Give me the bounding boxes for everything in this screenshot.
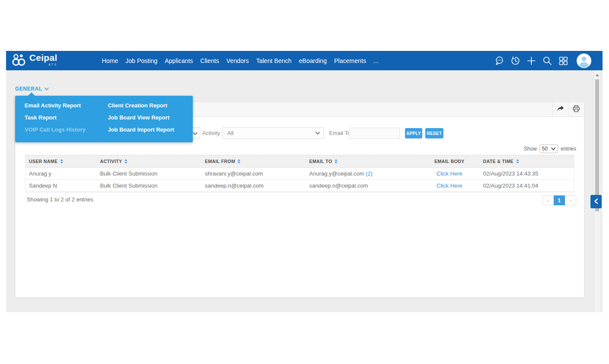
page: Ceipal ATS HomeJob PostingApplicantsClie…: [0, 0, 609, 364]
general-menu-panel: Email Activity ReportTask ReportVOIP Cal…: [15, 96, 193, 142]
email-to-input[interactable]: [349, 128, 400, 139]
scroll-up-arrow-icon[interactable]: [596, 74, 599, 76]
nav-item-home[interactable]: Home: [102, 57, 118, 64]
nav-item-eboarding[interactable]: eBoarding: [299, 57, 327, 64]
table-body: Anurag yBulk Client Submissionshravani.y…: [25, 168, 574, 192]
column-header-user-name[interactable]: USER NAME: [25, 155, 97, 168]
sort-icon[interactable]: [238, 159, 240, 163]
cell-email-to: sandeep.n@ceipal.com: [306, 180, 419, 192]
cell-date-time: 02/Aug/2023 14:41:04: [480, 180, 574, 192]
table-header-row: USER NAMEACTIVITYEMAIL FROMEMAIL TOEMAIL…: [25, 155, 574, 168]
pagination: ‹ 1 ›: [543, 195, 576, 205]
collapse-panel-tab[interactable]: [590, 195, 602, 208]
pagination-page-1[interactable]: 1: [554, 195, 565, 205]
email-to-filter-label: Email To: [329, 130, 351, 136]
sort-icon[interactable]: [335, 159, 337, 163]
chevron-down-icon: [44, 86, 49, 92]
email-body-link[interactable]: Click Here: [436, 170, 462, 177]
nav-item-clients[interactable]: Clients: [200, 57, 219, 64]
share-icon: [556, 105, 564, 113]
activity-select[interactable]: All: [223, 127, 324, 139]
column-header-date-time[interactable]: DATE & TIME: [480, 155, 574, 168]
reset-button[interactable]: RESET: [425, 128, 443, 138]
brand-name: Ceipal: [29, 53, 57, 62]
sort-icon[interactable]: [516, 159, 519, 163]
nav-item-vendors[interactable]: Vendors: [226, 57, 249, 64]
share-button[interactable]: [552, 102, 568, 116]
ceipal-logo-icon: [12, 53, 27, 69]
column-label: USER NAME: [29, 159, 58, 164]
cell-email-to: Anurag.y@ceipal.com (2): [306, 168, 419, 180]
cell-email-from: sandeep.n@ceipal.com: [201, 180, 306, 192]
apply-button[interactable]: APPLY: [405, 128, 422, 138]
main-nav: HomeJob PostingApplicantsClientsVendorsT…: [102, 57, 379, 64]
cell-email-body: Click Here: [419, 180, 480, 192]
sort-icon[interactable]: [125, 159, 127, 163]
column-label: EMAIL FROM: [205, 159, 235, 164]
scrollbar-thumb[interactable]: [595, 79, 599, 211]
menu-item-client-creation-report[interactable]: Client Creation Report: [108, 102, 193, 110]
sort-icon[interactable]: [60, 159, 63, 163]
column-label: EMAIL TO: [309, 159, 332, 164]
search-icon[interactable]: [542, 56, 552, 66]
chevron-left-icon: [594, 198, 598, 206]
pagination-prev-button[interactable]: ‹: [543, 195, 554, 205]
nav-item-job-posting[interactable]: Job Posting: [126, 57, 157, 64]
show-label: Show: [524, 146, 537, 152]
table-row: Anurag yBulk Client Submissionshravani.y…: [25, 168, 574, 180]
cell-email-from: shravani.y@ceipal.com: [201, 168, 306, 180]
cell-user-name: Anurag y: [25, 168, 97, 180]
cell-activity: Bulk Client Submission: [97, 180, 201, 192]
apps-grid-icon[interactable]: [558, 56, 568, 66]
chevron-down-icon: [551, 146, 556, 152]
pagination-next-button[interactable]: ›: [565, 195, 576, 205]
menu-item-job-board-view-report[interactable]: Job Board View Report: [108, 114, 193, 122]
menu-item-voip-call-logs-history: VOIP Call Logs History: [25, 126, 108, 134]
navbar-icons: [494, 53, 591, 68]
print-button[interactable]: [568, 102, 584, 116]
nav-item-talent-bench[interactable]: Talent Bench: [256, 57, 292, 64]
menu-item-job-board-import-report[interactable]: Job Board Import Report: [108, 126, 193, 134]
page-size-value: 50: [542, 146, 548, 152]
report-table: USER NAMEACTIVITYEMAIL FROMEMAIL TOEMAIL…: [25, 155, 574, 192]
entries-label: entries: [561, 146, 576, 152]
history-icon[interactable]: [510, 56, 521, 66]
brand-sub-label: ATS: [48, 63, 57, 66]
cell-date-time: 02/Aug/2023 14:43:35: [480, 168, 574, 180]
menu-item-email-activity-report[interactable]: Email Activity Report: [25, 102, 108, 110]
general-menu-items: Email Activity ReportTask ReportVOIP Cal…: [15, 96, 193, 134]
card-toolbar: [552, 102, 584, 116]
general-menu-toggle[interactable]: GENERAL: [15, 86, 49, 92]
activity-filter-label: Activity: [202, 130, 220, 136]
scrollbar[interactable]: [594, 70, 600, 312]
page-size-select[interactable]: 50: [540, 144, 558, 153]
print-icon: [572, 105, 580, 114]
nav-item-applicants[interactable]: Applicants: [165, 57, 193, 64]
menu-item-task-report[interactable]: Task Report: [25, 114, 108, 122]
table-row: Sandeep NBulk Client Submissionsandeep.n…: [25, 180, 574, 192]
top-navbar: Ceipal ATS HomeJob PostingApplicantsClie…: [6, 51, 603, 70]
user-avatar[interactable]: [577, 53, 591, 68]
column-label: EMAIL BODY: [434, 159, 465, 164]
column-header-activity[interactable]: ACTIVITY: [97, 155, 201, 168]
general-menu-label: GENERAL: [15, 86, 42, 92]
column-header-email-from[interactable]: EMAIL FROM: [201, 155, 306, 168]
add-icon[interactable]: [526, 56, 537, 66]
chat-icon[interactable]: [494, 56, 505, 66]
entries-summary: Showing 1 to 2 of 2 entries: [27, 196, 93, 203]
column-header-email-body: EMAIL BODY: [419, 155, 480, 168]
email-to-count-link[interactable]: (2): [366, 170, 373, 177]
nav-item-[interactable]: ...: [374, 57, 379, 64]
cell-activity: Bulk Client Submission: [97, 168, 201, 180]
column-label: DATE & TIME: [483, 159, 514, 164]
email-body-link[interactable]: Click Here: [436, 182, 462, 189]
entries-bar: Show 50 entries: [524, 144, 576, 153]
brand-logo[interactable]: Ceipal ATS: [12, 53, 57, 69]
column-label: ACTIVITY: [100, 159, 122, 164]
chevron-down-icon: [315, 130, 320, 136]
column-header-email-to[interactable]: EMAIL TO: [306, 155, 419, 168]
chevron-down-icon: [193, 129, 198, 137]
nav-item-placements[interactable]: Placements: [334, 57, 366, 64]
activity-select-value: All: [227, 130, 315, 136]
cell-user-name: Sandeep N: [25, 180, 97, 192]
